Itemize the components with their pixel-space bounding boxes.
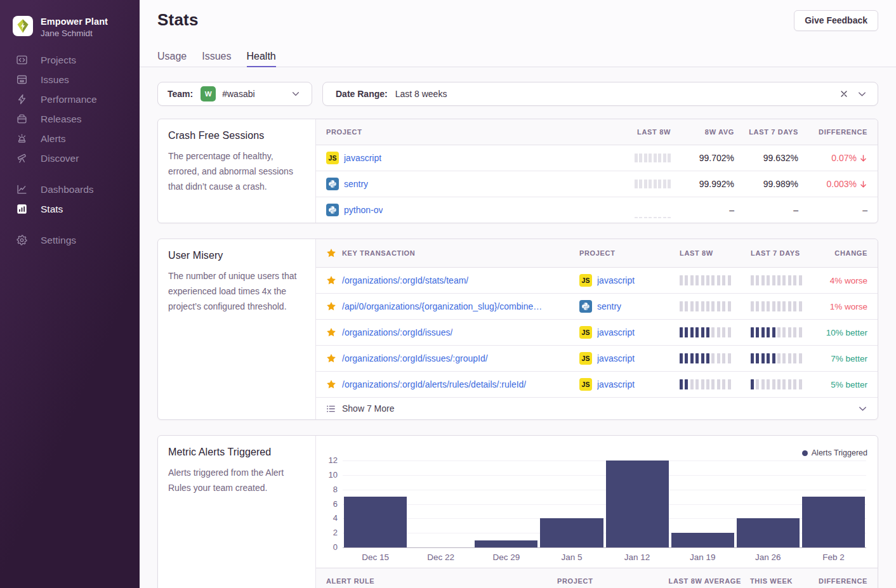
column-header: PROJECT [557, 577, 659, 585]
project-link[interactable]: python-ov [344, 205, 383, 215]
show-more-button[interactable]: Show 7 More [316, 398, 878, 419]
project-link[interactable]: javascript [344, 153, 381, 163]
difference-text: 0.07% [831, 153, 857, 163]
sidebar: Empower Plant Jane Schmidt ProjectsIssue… [0, 0, 140, 588]
user-name: Jane Schmidt [41, 28, 108, 39]
chart-bar [737, 518, 800, 547]
project-link[interactable]: javascript [597, 353, 635, 363]
sidebar-item-projects[interactable]: Projects [0, 50, 140, 70]
column-header-label: KEY TRANSACTION [342, 249, 415, 257]
crash-panel-description: The percentage of healthy, errored, and … [168, 148, 305, 194]
sparkline-bar [649, 217, 652, 219]
sparkline-bar [793, 327, 796, 337]
y-axis-tick-label: 10 [316, 470, 338, 480]
column-header: LAST 8W [637, 128, 671, 136]
alerts-chart-area: Alerts Triggered 024681012 Dec 15Dec 22D… [316, 436, 878, 588]
sidebar-item-dashboards[interactable]: Dashboards [0, 180, 140, 199]
sidebar-item-alerts[interactable]: Alerts [0, 129, 140, 148]
sparkline-bar [756, 275, 759, 285]
sparkline-bar [793, 353, 796, 363]
key-transaction-cell: /organizations/:orgId/alerts/rules/detai… [326, 379, 579, 389]
star-icon[interactable] [326, 301, 336, 311]
sparkline-bar [793, 301, 796, 311]
sidebar-item-issues[interactable]: Issues [0, 70, 140, 89]
project-link[interactable]: javascript [597, 327, 635, 337]
change-value: 5% better [831, 380, 867, 389]
sparkline-bar [782, 327, 786, 337]
project-link[interactable]: javascript [597, 379, 635, 389]
y-axis-tick-label: 6 [316, 499, 338, 509]
sparkline [680, 379, 751, 389]
sparkline-bar [751, 327, 754, 337]
sidebar-item-releases[interactable]: Releases [0, 109, 140, 129]
discover-icon [16, 153, 27, 164]
tab-usage[interactable]: Usage [157, 50, 187, 69]
date-range-selector[interactable]: Date Range: Last 8 weeks [322, 82, 878, 106]
star-icon[interactable] [326, 379, 336, 389]
sidebar-item-label: Discover [41, 153, 79, 164]
show-more-label: Show 7 More [342, 403, 394, 414]
team-selector[interactable]: Team: W #wasabi [157, 82, 312, 106]
project-cell: JSjavascript [579, 274, 680, 287]
sparkline-bar [799, 327, 802, 337]
transaction-link[interactable]: /organizations/:orgId/stats/team/ [342, 275, 468, 285]
project-link[interactable]: javascript [597, 275, 635, 285]
list-icon [326, 404, 336, 414]
give-feedback-button[interactable]: Give Feedback [794, 10, 878, 31]
crash-free-sessions-panel: Crash Free Sessions The percentage of he… [157, 119, 878, 223]
alerts-panel-description: Alerts triggered from the Alert Rules yo… [168, 465, 305, 495]
column-header: ALERT RULE [326, 577, 557, 585]
sparkline-bar [728, 275, 731, 285]
star-icon[interactable] [326, 327, 336, 337]
sparkline-bar [668, 217, 671, 219]
transaction-link[interactable]: /organizations/:orgId/issues/ [342, 327, 452, 337]
sparkline-bar [658, 217, 661, 219]
chart-bar [671, 533, 734, 547]
user-misery-table: KEY TRANSACTIONPROJECTLAST 8WLAST 7 DAYS… [316, 239, 878, 419]
y-axis-tick-label: 12 [316, 455, 338, 465]
sparkline-bar [639, 180, 642, 188]
clear-date-icon[interactable] [837, 87, 851, 101]
sparkline-bar [711, 327, 715, 337]
project-link[interactable]: sentry [597, 301, 621, 311]
sparkline-bar [788, 353, 791, 363]
sparkline-bar [777, 379, 781, 389]
sidebar-item-stats[interactable]: Stats [0, 199, 140, 219]
sidebar-item-label: Projects [41, 55, 76, 66]
transaction-link[interactable]: /organizations/:orgId/alerts/rules/detai… [342, 379, 526, 389]
project-link[interactable]: sentry [344, 179, 368, 189]
sparkline-bar [772, 353, 775, 363]
sidebar-item-performance[interactable]: Performance [0, 89, 140, 109]
sparkline-bar [777, 301, 781, 311]
sparkline-bar [639, 154, 642, 162]
tab-issues[interactable]: Issues [202, 50, 231, 69]
project-cell: JSjavascript [326, 152, 607, 164]
sparkline-bar [649, 180, 652, 188]
star-icon[interactable] [326, 353, 336, 363]
arrow-down-icon [859, 154, 867, 162]
sidebar-item-discover[interactable]: Discover [0, 148, 140, 168]
sparkline-bar [772, 275, 775, 285]
transaction-link[interactable]: /api/0/organizations/{organization_slug}… [342, 301, 542, 311]
org-switcher[interactable]: Empower Plant Jane Schmidt [0, 16, 140, 39]
sparkline-bar [690, 379, 694, 389]
page-header: Stats Give Feedback UsageIssuesHealth [140, 0, 896, 67]
column-header: DIFFERENCE [819, 128, 867, 136]
sparkline-bar [695, 379, 699, 389]
x-axis-tick-label: Dec 15 [343, 552, 408, 562]
tab-health[interactable]: Health [247, 50, 276, 69]
sparkline-bar [751, 301, 754, 311]
sparkline-bar [685, 353, 688, 363]
sparkline-bar [690, 327, 694, 337]
date-range-label: Date Range: [336, 89, 388, 99]
project-cell: JSjavascript [579, 378, 680, 391]
sparkline-bar [717, 275, 720, 285]
projects-icon [16, 55, 27, 65]
app-root: Empower Plant Jane Schmidt ProjectsIssue… [0, 0, 896, 588]
chevron-down-icon [289, 87, 303, 101]
sidebar-item-settings[interactable]: Settings [0, 230, 140, 250]
sparkline [751, 327, 814, 337]
transaction-link[interactable]: /organizations/:orgId/issues/:groupId/ [342, 353, 488, 363]
star-icon[interactable] [326, 275, 336, 285]
sparkline-bar [728, 301, 731, 311]
